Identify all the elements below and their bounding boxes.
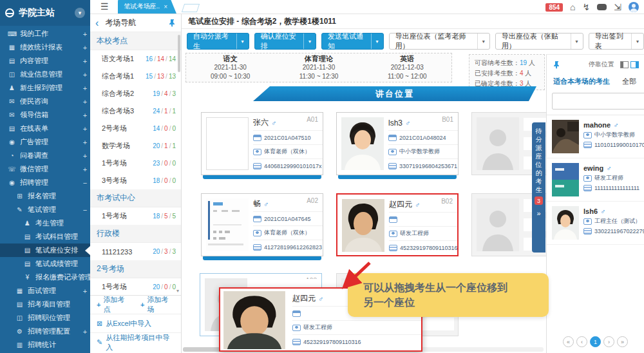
empty-photo-silhouette [477,117,519,170]
sidebar-item-score-mgmt[interactable]: ▤笔试成绩管理 [0,257,90,271]
room-item[interactable]: 数学考场2011 [90,137,181,155]
import-previous-button[interactable]: ✎ 从往期招考项目中导入 [90,333,181,352]
sidebar-item-project-mgmt[interactable]: ▤招考项目管理 [0,298,90,311]
search-input[interactable] [552,93,644,110]
pin-icon[interactable] [169,19,176,27]
hamburger-icon[interactable]: ☰ [100,1,109,12]
page-last-button[interactable]: » [617,336,628,347]
back-icon[interactable]: ‹ [95,18,99,28]
expand-icon[interactable]: ⇲ [614,3,621,12]
seat-card-a01[interactable]: A01 张六♂ 2021C01A047510 体育老师（双休） 44068129… [201,112,323,175]
room-item[interactable]: 2号考场1400 [90,120,181,137]
candidate-list-item[interactable]: ewing♂ 研发工程师 1111111111111111 [547,158,644,202]
confirm-seating-button[interactable]: 确认座位安排▾ [254,33,317,50]
page-prev-button[interactable]: ‹ [576,336,587,347]
pin-icon[interactable] [553,61,560,69]
sidebar-item-performance-reports[interactable]: ▦绩效统计报表+ [0,41,90,54]
add-site-label: 添加考点 [103,295,131,314]
caret-down-icon[interactable]: ▾ [303,33,316,49]
import-excel-button[interactable]: ⊠ 从Excel中导入 [90,314,181,333]
room-item[interactable]: 1号考场1855 [90,207,181,225]
export-signin-button[interactable]: 导出签到表▾ [589,33,644,50]
sidebar-item-recruit[interactable]: ◉招聘管理− [0,176,90,189]
tab-suitable-candidates[interactable]: 适合本考场的考生 [553,77,610,86]
notification-badge[interactable]: 854 [545,3,563,12]
export-post-button[interactable]: 导出座位表（张贴用）▾ [495,33,583,50]
room-item[interactable]: 语文考场1161414 [90,50,181,68]
seat-card-a02[interactable]: A02 畅♂ 2021C01A047645 体育老师（双休） 412728199… [201,193,323,256]
dock-left-icon[interactable] [620,61,629,68]
room-item[interactable]: 1号考场2000 [90,278,181,295]
sidebar-item-my-work[interactable]: ⌨我的工作+ [0,27,90,41]
confirmed: 3 [168,248,176,255]
pending-candidates-tag[interactable]: 待 分 派 座 位 的 考 生 3 » [532,122,545,253]
sidebar-label: 我的工作 [20,29,80,39]
idcard-icon [253,244,261,251]
chat-icon[interactable] [597,4,607,10]
sidebar-item-survey[interactable]: ◔问卷调查+ [0,149,90,162]
auto-assign-button[interactable]: 自动分派考生▾ [187,33,249,50]
home-icon[interactable]: ⌂ [570,3,575,12]
ticket-icon [253,216,261,222]
sidebar-item-signup-mgmt[interactable]: ⊞报名管理 [0,189,90,203]
sidebar-item-payment-records[interactable]: ¥报名缴费记录管理 [0,271,90,284]
tab-all-candidates[interactable]: 全部 [622,77,636,86]
sidebar-item-online-forms[interactable]: ▤在线表单+ [0,122,90,135]
open-tab[interactable]: 笔试考场座.. × [118,0,176,14]
capacity: 20 [153,283,160,291]
candidate-list-item[interactable]: mahone♂ 中小学数学教师 110101199001017030 [547,115,644,158]
caret-down-icon[interactable]: ▾ [631,33,643,49]
candidate-name: 赵四元 [389,199,412,210]
brand-title: 学院主站 [19,7,75,19]
export-proctor-button[interactable]: 导出座位表（监考老师用）▾ [389,33,490,50]
page-current[interactable]: 1 [590,336,601,347]
sidebar-item-consult[interactable]: ✉便民咨询+ [0,95,90,108]
brand-header[interactable]: 学院主站 ▾ [0,0,90,26]
room-item[interactable]: 综合考场32411 [90,102,181,120]
send-notice-button[interactable]: 发送笔试通知▾ [321,33,384,50]
add-room-button[interactable]: +添加考场 [140,295,175,314]
candidate-list-item[interactable]: lsh6♂ 工程主任（测试） 33022119670222791X [547,202,644,245]
sidebar-item-recruit-config[interactable]: ⚙招聘管理配置+ [0,325,90,338]
sidebar-item-content[interactable]: ▤内容管理+ [0,54,90,68]
room-item[interactable]: 综合考场1151313 [90,68,181,85]
sidebar-item-wechat[interactable]: ☏微信管理+ [0,162,90,176]
male-icon: ♂ [263,200,269,208]
user-avatar[interactable] [629,2,639,12]
scroll-down-icon[interactable]: ▾ [176,288,179,294]
add-site-button[interactable]: +添加考点 [97,295,131,314]
sidebar-item-freshman[interactable]: ♟新生报到管理+ [0,81,90,95]
sidebar-item-seat-arrangement[interactable]: ▤笔试座位安排 [0,243,90,257]
sidebar-item-subject-mgmt[interactable]: ▤考试科目管理 [0,230,90,243]
caret-down-icon[interactable]: ▾ [371,33,383,49]
sidebar-item-recruit-stats[interactable]: ▥招聘统计 [0,338,90,352]
sidebar-item-candidate-mgmt[interactable]: ♟考生管理 [0,216,90,230]
id-number: 33022119670222791X [594,228,644,234]
dock-right-icon[interactable] [630,61,639,68]
room-item[interactable]: 1号考场2300 [90,155,181,172]
room-item[interactable]: 综合考场21943 [90,85,181,102]
sidebar-item-ads[interactable]: ◉广告管理+ [0,135,90,149]
sidebar-item-employment[interactable]: ◫就业信息管理+ [0,68,90,81]
sidebar-item-interview-mgmt[interactable]: ▦面试管理+ [0,284,90,298]
sidebar-item-written-exam[interactable]: ✎笔试管理− [0,203,90,216]
caret-down-icon[interactable]: ▾ [571,33,583,49]
nav-scrollbar[interactable] [178,35,180,72]
seat-card-b01[interactable]: B01 lsh3♂ 2021C01A048024 中小学数学教师 3307191… [336,112,459,175]
job-icon [292,325,301,331]
page-first-button[interactable]: « [563,336,574,347]
caret-down-icon[interactable]: ▾ [236,33,249,49]
sidebar-item-leader-mailbox[interactable]: ✉领导信箱+ [0,108,90,122]
chevron-down-icon[interactable]: ▾ [75,8,85,18]
male-icon: ♂ [613,121,618,129]
chevrons-right-icon[interactable]: » [536,209,540,217]
tab-close-icon[interactable]: × [164,3,167,10]
male-icon: ♂ [405,119,410,127]
room-item[interactable]: 111212332033 [90,243,181,260]
caret-down-icon[interactable]: ▾ [477,33,489,49]
room-item[interactable]: 3号考场1800 [90,172,181,189]
seat-card-b02-highlighted[interactable]: B02 赵四元♂ 研发工程师 452329197809110316 [336,193,459,256]
page-next-button[interactable]: › [603,336,614,347]
sidebar-item-position-mgmt[interactable]: ◫招聘职位管理 [0,311,90,325]
flash-icon[interactable]: ↯ [583,3,591,12]
